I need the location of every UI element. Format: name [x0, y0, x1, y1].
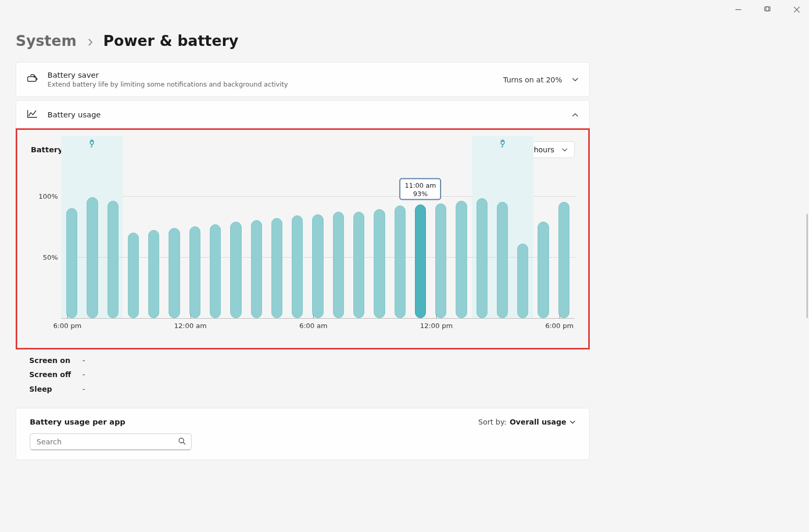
bar[interactable] [353, 212, 364, 318]
sort-by-value: Overall usage [509, 418, 566, 426]
bar-slot[interactable] [87, 165, 98, 318]
bar[interactable] [128, 233, 139, 318]
y-axis-label-100: 100% [39, 192, 58, 200]
bar-slot[interactable] [538, 165, 549, 318]
bar[interactable] [538, 222, 549, 318]
battery-usage-title: Battery usage [47, 111, 572, 119]
battery-saver-subtitle: Extend battery life by limiting some not… [47, 80, 503, 88]
plug-icon [88, 139, 96, 149]
x-axis-label: 12:00 pm [420, 322, 453, 330]
x-tick [560, 315, 560, 319]
bar[interactable] [169, 228, 180, 318]
bar-slot[interactable] [148, 165, 159, 318]
sort-by-select[interactable]: Sort by: Overall usage [478, 418, 576, 426]
bar-slot[interactable] [189, 165, 200, 318]
chevron-up-icon[interactable] [572, 111, 579, 119]
breadcrumb-parent[interactable]: System [16, 32, 77, 50]
bar[interactable] [395, 205, 406, 318]
bar-slot[interactable] [251, 165, 262, 318]
bar-slot[interactable] [374, 165, 385, 318]
svg-point-10 [179, 438, 184, 443]
svg-rect-5 [37, 78, 38, 80]
chevron-right-icon [87, 37, 93, 48]
bar[interactable] [148, 230, 159, 318]
y-axis-label-50: 50% [43, 253, 58, 261]
bar-slot[interactable] [312, 165, 323, 318]
stats-value: - [82, 354, 85, 368]
bar[interactable] [374, 209, 385, 318]
bar[interactable] [66, 208, 77, 318]
bar[interactable] [292, 215, 303, 318]
stats-row: Screen off- [29, 368, 576, 382]
bar-slot[interactable] [558, 165, 569, 318]
bar[interactable] [312, 214, 323, 318]
bar-slot[interactable] [271, 165, 282, 318]
bar-slot[interactable] [456, 165, 467, 318]
stats-row: Screen on- [29, 354, 576, 368]
battery-saver-card[interactable]: Battery saver Extend battery life by lim… [16, 62, 590, 97]
bar[interactable] [456, 201, 467, 318]
bar-slot[interactable] [210, 165, 221, 318]
per-app-title: Battery usage per app [30, 418, 125, 426]
stats-label: Sleep [29, 382, 71, 396]
bar-slot[interactable] [477, 165, 487, 318]
bar-slot[interactable] [333, 165, 344, 318]
x-tick [313, 315, 314, 319]
minimize-button[interactable] [731, 4, 745, 15]
battery-saver-status: Turns on at 20% [503, 76, 562, 84]
search-input-wrap[interactable] [30, 433, 192, 450]
maximize-button[interactable] [760, 4, 775, 15]
bar[interactable] [210, 224, 221, 318]
battery-usage-per-app-card: Battery usage per app Sort by: Overall u… [16, 408, 590, 460]
chart-line-icon [27, 109, 38, 120]
bar[interactable] [477, 198, 487, 318]
battery-levels-chart[interactable]: 100% 50% 11:00 am93% 6:00 pm12:00 am6:00… [31, 165, 575, 333]
bar[interactable] [415, 204, 426, 318]
chevron-down-icon [562, 146, 568, 154]
chevron-down-icon [569, 418, 576, 426]
bar-slot[interactable] [108, 165, 118, 318]
bar[interactable] [87, 197, 98, 318]
bar[interactable] [189, 226, 200, 318]
close-button[interactable] [789, 4, 804, 15]
bar[interactable] [271, 218, 282, 318]
bar-slot[interactable] [128, 165, 139, 318]
sort-by-label: Sort by: [478, 418, 506, 426]
bar[interactable] [497, 202, 508, 318]
bar-slot[interactable] [292, 165, 303, 318]
bar-slot[interactable] [353, 165, 364, 318]
battery-saver-title: Battery saver [47, 71, 503, 79]
stats-value: - [82, 368, 85, 382]
tooltip-value: 93% [405, 189, 436, 198]
x-tick [67, 315, 68, 319]
bar[interactable] [517, 244, 528, 318]
bar[interactable] [435, 203, 446, 318]
bar-slot[interactable] [66, 165, 77, 318]
stats-value: - [82, 382, 85, 396]
bar-slot[interactable] [230, 165, 241, 318]
svg-line-11 [183, 442, 185, 444]
bar[interactable] [333, 212, 344, 318]
usage-stats: Screen on-Screen off-Sleep- [16, 354, 590, 396]
x-axis-label: 6:00 pm [53, 322, 81, 330]
scrollbar[interactable] [806, 214, 808, 318]
tooltip-time: 11:00 am [405, 182, 436, 190]
battery-usage-card[interactable]: Battery usage [16, 100, 590, 128]
bar[interactable] [251, 220, 262, 318]
battery-saver-icon [27, 74, 39, 86]
bar[interactable] [108, 201, 118, 318]
breadcrumb: System Power & battery [16, 0, 590, 62]
svg-rect-2 [766, 7, 770, 11]
battery-levels-section: Battery levels Last 24 hours 100% 50% [16, 128, 590, 349]
bar-slot[interactable] [169, 165, 180, 318]
bar[interactable] [558, 202, 569, 318]
bar-slot[interactable] [517, 165, 528, 318]
chevron-down-icon[interactable] [572, 76, 579, 84]
x-tick [191, 315, 191, 319]
search-input[interactable] [35, 437, 178, 446]
bar-slot[interactable] [497, 165, 508, 318]
chart-tooltip: 11:00 am93% [400, 178, 442, 200]
search-icon [178, 437, 186, 446]
plug-icon [499, 139, 506, 149]
bar[interactable] [230, 222, 241, 318]
